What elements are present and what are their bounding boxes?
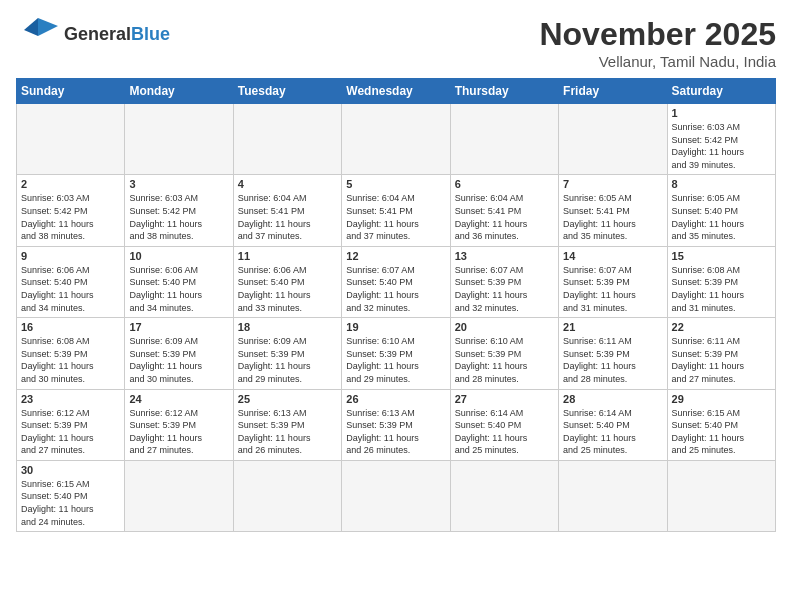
day-info: Sunrise: 6:04 AM Sunset: 5:41 PM Dayligh… (238, 192, 337, 242)
day-number: 6 (455, 178, 554, 190)
calendar-day-cell: 2Sunrise: 6:03 AM Sunset: 5:42 PM Daylig… (17, 175, 125, 246)
calendar-day-cell: 22Sunrise: 6:11 AM Sunset: 5:39 PM Dayli… (667, 318, 775, 389)
logo: GeneralBlue (16, 16, 170, 52)
calendar-day-cell: 24Sunrise: 6:12 AM Sunset: 5:39 PM Dayli… (125, 389, 233, 460)
calendar-day-cell: 4Sunrise: 6:04 AM Sunset: 5:41 PM Daylig… (233, 175, 341, 246)
calendar-day-cell (559, 104, 667, 175)
day-number: 3 (129, 178, 228, 190)
day-number: 18 (238, 321, 337, 333)
day-info: Sunrise: 6:09 AM Sunset: 5:39 PM Dayligh… (129, 335, 228, 385)
calendar-day-cell: 28Sunrise: 6:14 AM Sunset: 5:40 PM Dayli… (559, 389, 667, 460)
title-section: November 2025 Vellanur, Tamil Nadu, Indi… (539, 16, 776, 70)
calendar-week-row: 16Sunrise: 6:08 AM Sunset: 5:39 PM Dayli… (17, 318, 776, 389)
day-number: 17 (129, 321, 228, 333)
day-number: 14 (563, 250, 662, 262)
calendar-day-cell: 16Sunrise: 6:08 AM Sunset: 5:39 PM Dayli… (17, 318, 125, 389)
day-number: 19 (346, 321, 445, 333)
day-info: Sunrise: 6:03 AM Sunset: 5:42 PM Dayligh… (672, 121, 771, 171)
day-number: 2 (21, 178, 120, 190)
calendar-day-cell: 23Sunrise: 6:12 AM Sunset: 5:39 PM Dayli… (17, 389, 125, 460)
day-info: Sunrise: 6:06 AM Sunset: 5:40 PM Dayligh… (238, 264, 337, 314)
day-number: 8 (672, 178, 771, 190)
calendar-week-row: 9Sunrise: 6:06 AM Sunset: 5:40 PM Daylig… (17, 246, 776, 317)
day-number: 30 (21, 464, 120, 476)
calendar-day-cell (667, 460, 775, 531)
day-number: 22 (672, 321, 771, 333)
calendar-week-row: 23Sunrise: 6:12 AM Sunset: 5:39 PM Dayli… (17, 389, 776, 460)
calendar-day-cell (125, 460, 233, 531)
logo-text-blue: Blue (131, 24, 170, 44)
day-number: 16 (21, 321, 120, 333)
day-info: Sunrise: 6:05 AM Sunset: 5:40 PM Dayligh… (672, 192, 771, 242)
calendar-day-cell: 14Sunrise: 6:07 AM Sunset: 5:39 PM Dayli… (559, 246, 667, 317)
day-info: Sunrise: 6:12 AM Sunset: 5:39 PM Dayligh… (129, 407, 228, 457)
month-title: November 2025 (539, 16, 776, 53)
calendar-day-cell: 18Sunrise: 6:09 AM Sunset: 5:39 PM Dayli… (233, 318, 341, 389)
calendar-day-cell: 10Sunrise: 6:06 AM Sunset: 5:40 PM Dayli… (125, 246, 233, 317)
day-info: Sunrise: 6:10 AM Sunset: 5:39 PM Dayligh… (346, 335, 445, 385)
day-info: Sunrise: 6:04 AM Sunset: 5:41 PM Dayligh… (455, 192, 554, 242)
calendar-day-cell: 30Sunrise: 6:15 AM Sunset: 5:40 PM Dayli… (17, 460, 125, 531)
calendar-header-row: SundayMondayTuesdayWednesdayThursdayFrid… (17, 79, 776, 104)
day-number: 20 (455, 321, 554, 333)
calendar-day-cell: 7Sunrise: 6:05 AM Sunset: 5:41 PM Daylig… (559, 175, 667, 246)
day-info: Sunrise: 6:14 AM Sunset: 5:40 PM Dayligh… (563, 407, 662, 457)
day-info: Sunrise: 6:03 AM Sunset: 5:42 PM Dayligh… (21, 192, 120, 242)
calendar-day-cell: 8Sunrise: 6:05 AM Sunset: 5:40 PM Daylig… (667, 175, 775, 246)
calendar-day-cell: 29Sunrise: 6:15 AM Sunset: 5:40 PM Dayli… (667, 389, 775, 460)
day-number: 25 (238, 393, 337, 405)
calendar-day-cell (450, 460, 558, 531)
calendar-day-header: Saturday (667, 79, 775, 104)
calendar-day-cell (125, 104, 233, 175)
day-number: 27 (455, 393, 554, 405)
day-info: Sunrise: 6:10 AM Sunset: 5:39 PM Dayligh… (455, 335, 554, 385)
calendar-day-cell: 26Sunrise: 6:13 AM Sunset: 5:39 PM Dayli… (342, 389, 450, 460)
location-subtitle: Vellanur, Tamil Nadu, India (539, 53, 776, 70)
day-number: 11 (238, 250, 337, 262)
day-info: Sunrise: 6:06 AM Sunset: 5:40 PM Dayligh… (21, 264, 120, 314)
calendar-day-cell (450, 104, 558, 175)
calendar-day-cell: 1Sunrise: 6:03 AM Sunset: 5:42 PM Daylig… (667, 104, 775, 175)
day-info: Sunrise: 6:08 AM Sunset: 5:39 PM Dayligh… (672, 264, 771, 314)
day-info: Sunrise: 6:15 AM Sunset: 5:40 PM Dayligh… (672, 407, 771, 457)
calendar-week-row: 30Sunrise: 6:15 AM Sunset: 5:40 PM Dayli… (17, 460, 776, 531)
page-header: GeneralBlue November 2025 Vellanur, Tami… (16, 16, 776, 70)
calendar-day-header: Tuesday (233, 79, 341, 104)
calendar-day-cell: 6Sunrise: 6:04 AM Sunset: 5:41 PM Daylig… (450, 175, 558, 246)
calendar-day-cell: 13Sunrise: 6:07 AM Sunset: 5:39 PM Dayli… (450, 246, 558, 317)
day-info: Sunrise: 6:09 AM Sunset: 5:39 PM Dayligh… (238, 335, 337, 385)
day-number: 9 (21, 250, 120, 262)
calendar-day-cell: 20Sunrise: 6:10 AM Sunset: 5:39 PM Dayli… (450, 318, 558, 389)
day-info: Sunrise: 6:04 AM Sunset: 5:41 PM Dayligh… (346, 192, 445, 242)
day-info: Sunrise: 6:05 AM Sunset: 5:41 PM Dayligh… (563, 192, 662, 242)
logo-text-general: General (64, 24, 131, 44)
day-info: Sunrise: 6:13 AM Sunset: 5:39 PM Dayligh… (238, 407, 337, 457)
calendar-table: SundayMondayTuesdayWednesdayThursdayFrid… (16, 78, 776, 532)
calendar-day-cell: 25Sunrise: 6:13 AM Sunset: 5:39 PM Dayli… (233, 389, 341, 460)
day-info: Sunrise: 6:08 AM Sunset: 5:39 PM Dayligh… (21, 335, 120, 385)
calendar-day-cell: 3Sunrise: 6:03 AM Sunset: 5:42 PM Daylig… (125, 175, 233, 246)
day-number: 5 (346, 178, 445, 190)
calendar-day-cell: 27Sunrise: 6:14 AM Sunset: 5:40 PM Dayli… (450, 389, 558, 460)
calendar-day-header: Sunday (17, 79, 125, 104)
day-info: Sunrise: 6:07 AM Sunset: 5:39 PM Dayligh… (563, 264, 662, 314)
calendar-week-row: 2Sunrise: 6:03 AM Sunset: 5:42 PM Daylig… (17, 175, 776, 246)
day-number: 26 (346, 393, 445, 405)
calendar-day-cell: 15Sunrise: 6:08 AM Sunset: 5:39 PM Dayli… (667, 246, 775, 317)
day-info: Sunrise: 6:11 AM Sunset: 5:39 PM Dayligh… (672, 335, 771, 385)
day-number: 23 (21, 393, 120, 405)
calendar-day-cell (559, 460, 667, 531)
day-info: Sunrise: 6:07 AM Sunset: 5:39 PM Dayligh… (455, 264, 554, 314)
calendar-day-cell: 17Sunrise: 6:09 AM Sunset: 5:39 PM Dayli… (125, 318, 233, 389)
calendar-day-cell (342, 104, 450, 175)
day-info: Sunrise: 6:13 AM Sunset: 5:39 PM Dayligh… (346, 407, 445, 457)
day-number: 29 (672, 393, 771, 405)
calendar-day-cell: 5Sunrise: 6:04 AM Sunset: 5:41 PM Daylig… (342, 175, 450, 246)
day-number: 13 (455, 250, 554, 262)
calendar-day-cell: 21Sunrise: 6:11 AM Sunset: 5:39 PM Dayli… (559, 318, 667, 389)
day-info: Sunrise: 6:07 AM Sunset: 5:40 PM Dayligh… (346, 264, 445, 314)
day-number: 24 (129, 393, 228, 405)
calendar-day-header: Wednesday (342, 79, 450, 104)
day-number: 4 (238, 178, 337, 190)
logo-icon (16, 16, 60, 52)
